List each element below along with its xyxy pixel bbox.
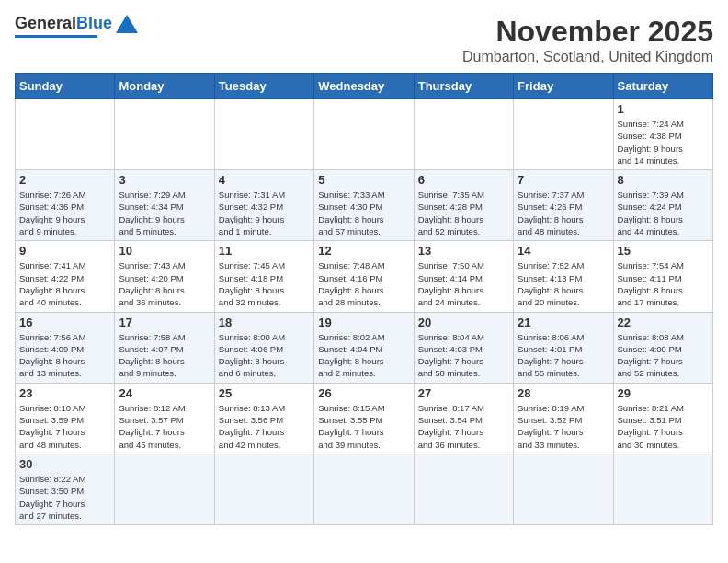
- day-number: 13: [418, 244, 509, 258]
- day-info: Sunrise: 7:54 AM Sunset: 4:11 PM Dayligh…: [618, 259, 709, 308]
- calendar-cell: [214, 454, 313, 524]
- day-info: Sunrise: 7:48 AM Sunset: 4:16 PM Dayligh…: [318, 259, 409, 308]
- calendar-cell: 25Sunrise: 8:13 AM Sunset: 3:56 PM Dayli…: [214, 383, 313, 454]
- calendar-header-row: SundayMondayTuesdayWednesdayThursdayFrid…: [16, 74, 713, 99]
- calendar-cell: [314, 99, 414, 170]
- calendar-cell: [16, 99, 115, 170]
- day-number: 25: [219, 386, 310, 400]
- day-number: 23: [19, 386, 110, 400]
- day-info: Sunrise: 8:17 AM Sunset: 3:54 PM Dayligh…: [418, 402, 509, 451]
- calendar-week-row: 23Sunrise: 8:10 AM Sunset: 3:59 PM Dayli…: [16, 383, 713, 454]
- day-info: Sunrise: 7:50 AM Sunset: 4:14 PM Dayligh…: [418, 259, 509, 308]
- calendar-cell: 8Sunrise: 7:39 AM Sunset: 4:24 PM Daylig…: [613, 170, 712, 241]
- calendar-cell: 22Sunrise: 8:08 AM Sunset: 4:00 PM Dayli…: [613, 312, 712, 383]
- calendar-week-row: 1Sunrise: 7:24 AM Sunset: 4:38 PM Daylig…: [16, 99, 713, 170]
- calendar-cell: [613, 454, 712, 524]
- day-number: 20: [418, 316, 509, 329]
- calendar-cell: 30Sunrise: 8:22 AM Sunset: 3:50 PM Dayli…: [16, 454, 115, 524]
- day-info: Sunrise: 8:22 AM Sunset: 3:50 PM Dayligh…: [19, 473, 110, 522]
- calendar-cell: [115, 99, 214, 170]
- day-info: Sunrise: 8:08 AM Sunset: 4:00 PM Dayligh…: [618, 331, 709, 380]
- calendar-cell: 18Sunrise: 8:00 AM Sunset: 4:06 PM Dayli…: [214, 312, 313, 383]
- calendar-cell: 9Sunrise: 7:41 AM Sunset: 4:22 PM Daylig…: [16, 241, 115, 312]
- calendar-cell: [314, 454, 414, 524]
- day-number: 24: [119, 386, 210, 400]
- calendar-cell: 14Sunrise: 7:52 AM Sunset: 4:13 PM Dayli…: [514, 241, 613, 312]
- calendar-cell: 28Sunrise: 8:19 AM Sunset: 3:52 PM Dayli…: [514, 383, 613, 454]
- day-info: Sunrise: 7:43 AM Sunset: 4:20 PM Dayligh…: [119, 259, 210, 308]
- main-title: November 2025: [462, 15, 713, 49]
- calendar-week-row: 9Sunrise: 7:41 AM Sunset: 4:22 PM Daylig…: [16, 241, 713, 312]
- calendar-cell: 11Sunrise: 7:45 AM Sunset: 4:18 PM Dayli…: [214, 241, 313, 312]
- logo: GeneralBlue: [15, 15, 138, 38]
- day-number: 12: [318, 244, 409, 258]
- calendar-cell: 23Sunrise: 8:10 AM Sunset: 3:59 PM Dayli…: [16, 383, 115, 454]
- day-info: Sunrise: 7:24 AM Sunset: 4:38 PM Dayligh…: [618, 118, 709, 167]
- day-number: 7: [518, 173, 609, 187]
- day-info: Sunrise: 7:39 AM Sunset: 4:24 PM Dayligh…: [618, 189, 709, 237]
- day-info: Sunrise: 7:26 AM Sunset: 4:36 PM Dayligh…: [19, 189, 110, 237]
- calendar-header-tuesday: Tuesday: [214, 74, 313, 99]
- calendar-cell: 17Sunrise: 7:58 AM Sunset: 4:07 PM Dayli…: [115, 312, 214, 383]
- day-info: Sunrise: 8:10 AM Sunset: 3:59 PM Dayligh…: [19, 402, 110, 451]
- calendar-week-row: 16Sunrise: 7:56 AM Sunset: 4:09 PM Dayli…: [16, 312, 713, 383]
- day-number: 30: [19, 457, 110, 471]
- day-info: Sunrise: 8:21 AM Sunset: 3:51 PM Dayligh…: [618, 402, 709, 451]
- day-info: Sunrise: 7:58 AM Sunset: 4:07 PM Dayligh…: [119, 331, 210, 380]
- calendar-header-sunday: Sunday: [16, 74, 115, 99]
- calendar-week-row: 30Sunrise: 8:22 AM Sunset: 3:50 PM Dayli…: [16, 454, 713, 524]
- calendar-cell: 19Sunrise: 8:02 AM Sunset: 4:04 PM Dayli…: [314, 312, 414, 383]
- day-number: 2: [19, 173, 110, 187]
- day-info: Sunrise: 7:52 AM Sunset: 4:13 PM Dayligh…: [518, 259, 609, 308]
- day-info: Sunrise: 7:41 AM Sunset: 4:22 PM Dayligh…: [19, 259, 110, 308]
- day-number: 10: [119, 244, 210, 258]
- calendar-cell: 7Sunrise: 7:37 AM Sunset: 4:26 PM Daylig…: [514, 170, 613, 241]
- day-number: 22: [618, 316, 709, 329]
- calendar-cell: 20Sunrise: 8:04 AM Sunset: 4:03 PM Dayli…: [414, 312, 513, 383]
- day-number: 9: [19, 244, 110, 258]
- day-number: 19: [318, 316, 409, 329]
- day-info: Sunrise: 8:15 AM Sunset: 3:55 PM Dayligh…: [318, 402, 409, 451]
- calendar-header-saturday: Saturday: [613, 74, 712, 99]
- day-info: Sunrise: 7:56 AM Sunset: 4:09 PM Dayligh…: [19, 331, 110, 380]
- header: GeneralBlue November 2025 Dumbarton, Sco…: [15, 15, 713, 65]
- day-number: 8: [618, 173, 709, 187]
- calendar-cell: 15Sunrise: 7:54 AM Sunset: 4:11 PM Dayli…: [613, 241, 712, 312]
- day-number: 21: [518, 316, 609, 329]
- day-number: 15: [618, 244, 709, 258]
- day-info: Sunrise: 8:19 AM Sunset: 3:52 PM Dayligh…: [518, 402, 609, 451]
- day-info: Sunrise: 7:45 AM Sunset: 4:18 PM Dayligh…: [219, 259, 310, 308]
- calendar-cell: [514, 454, 613, 524]
- calendar-header-monday: Monday: [115, 74, 214, 99]
- day-number: 5: [318, 173, 409, 187]
- day-number: 14: [518, 244, 609, 258]
- day-number: 6: [418, 173, 509, 187]
- day-info: Sunrise: 7:31 AM Sunset: 4:32 PM Dayligh…: [219, 189, 310, 237]
- calendar-cell: [514, 99, 613, 170]
- calendar-header-wednesday: Wednesday: [314, 74, 414, 99]
- day-info: Sunrise: 8:02 AM Sunset: 4:04 PM Dayligh…: [318, 331, 409, 380]
- day-number: 28: [518, 386, 609, 400]
- calendar-cell: [115, 454, 214, 524]
- day-info: Sunrise: 8:06 AM Sunset: 4:01 PM Dayligh…: [518, 331, 609, 380]
- day-info: Sunrise: 7:37 AM Sunset: 4:26 PM Dayligh…: [518, 189, 609, 237]
- calendar-cell: 5Sunrise: 7:33 AM Sunset: 4:30 PM Daylig…: [314, 170, 414, 241]
- calendar-cell: [414, 454, 513, 524]
- day-info: Sunrise: 7:35 AM Sunset: 4:28 PM Dayligh…: [418, 189, 509, 237]
- day-number: 18: [219, 316, 310, 329]
- calendar-cell: 21Sunrise: 8:06 AM Sunset: 4:01 PM Dayli…: [514, 312, 613, 383]
- calendar-cell: 1Sunrise: 7:24 AM Sunset: 4:38 PM Daylig…: [613, 99, 712, 170]
- day-info: Sunrise: 7:33 AM Sunset: 4:30 PM Dayligh…: [318, 189, 409, 237]
- logo-text: GeneralBlue: [15, 15, 112, 33]
- day-number: 11: [219, 244, 310, 258]
- day-info: Sunrise: 8:04 AM Sunset: 4:03 PM Dayligh…: [418, 331, 509, 380]
- day-info: Sunrise: 8:13 AM Sunset: 3:56 PM Dayligh…: [219, 402, 310, 451]
- day-number: 4: [219, 173, 310, 187]
- day-number: 29: [618, 386, 709, 400]
- calendar-cell: [214, 99, 313, 170]
- calendar-cell: 4Sunrise: 7:31 AM Sunset: 4:32 PM Daylig…: [214, 170, 313, 241]
- calendar-cell: 27Sunrise: 8:17 AM Sunset: 3:54 PM Dayli…: [414, 383, 513, 454]
- calendar-cell: 26Sunrise: 8:15 AM Sunset: 3:55 PM Dayli…: [314, 383, 414, 454]
- day-number: 3: [119, 173, 210, 187]
- calendar-week-row: 2Sunrise: 7:26 AM Sunset: 4:36 PM Daylig…: [16, 170, 713, 241]
